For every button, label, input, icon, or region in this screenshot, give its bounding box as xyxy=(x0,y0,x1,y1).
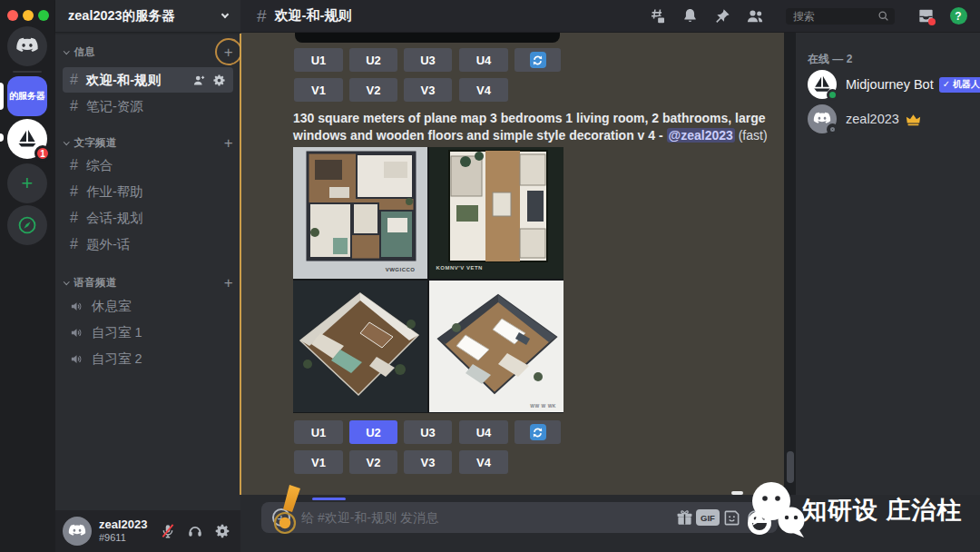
category-text-channels[interactable]: 文字频道 xyxy=(63,135,233,150)
voice-channel-study1[interactable]: 自习室 1 xyxy=(63,320,233,345)
message-suffix: (fast) xyxy=(739,128,768,143)
gif-picker-button[interactable]: GIF xyxy=(696,506,720,529)
floorplan-image-4[interactable]: WW W WK xyxy=(429,281,564,413)
member-midjourney-bot[interactable]: Midjourney Bot ✓ 机器人 xyxy=(800,69,975,100)
help-button[interactable]: ? xyxy=(947,5,969,27)
chevron-down-icon xyxy=(64,139,69,144)
previous-image-bottom-edge[interactable] xyxy=(295,33,560,43)
user-settings-button[interactable] xyxy=(211,520,233,542)
image-caption: KOMNV'V VETN xyxy=(436,265,483,271)
floorplan-image-3[interactable] xyxy=(293,281,428,413)
upscale-button-u4[interactable]: U4 xyxy=(459,420,508,444)
user-panel: zeal2023 #9611 xyxy=(55,510,240,552)
floorplan-image-1[interactable]: VWGICCO xyxy=(293,147,428,280)
notifications-button[interactable] xyxy=(679,5,701,27)
sticker-picker-button[interactable] xyxy=(720,506,743,529)
threads-button[interactable] xyxy=(646,5,668,27)
sticker-icon xyxy=(723,509,740,527)
member-list-toggle[interactable] xyxy=(744,5,766,27)
server-icon-zeal[interactable]: 的服务器 xyxy=(7,76,47,116)
server-header[interactable]: zeal2023的服务器 xyxy=(55,0,240,33)
server-owner-crown-icon xyxy=(906,112,921,127)
floorplan-image-2[interactable]: KOMNV'V VETN xyxy=(429,147,564,280)
offline-status-ring xyxy=(827,123,838,135)
variation-button-v3[interactable]: V3 xyxy=(404,450,452,474)
traffic-light-minimize[interactable] xyxy=(23,10,34,21)
variation-button-v4[interactable]: V4 xyxy=(459,78,508,102)
upscale-button-u1[interactable]: U1 xyxy=(294,420,343,444)
wechat-logo-watermark xyxy=(742,479,809,543)
unread-server-pill xyxy=(0,133,4,142)
channel-welcome-rules[interactable]: 欢迎-和-规则 xyxy=(63,67,233,93)
traffic-light-zoom[interactable] xyxy=(38,10,49,21)
user-mention[interactable]: @zeal2023 xyxy=(667,128,735,143)
create-channel-button[interactable] xyxy=(224,135,233,151)
explore-servers-button[interactable] xyxy=(7,205,47,245)
user-avatar[interactable] xyxy=(63,517,92,546)
hash-icon xyxy=(257,6,267,26)
annotation-blue-line xyxy=(312,498,346,500)
channel-sidebar: zeal2023的服务器 信息 欢迎-和-规则 笔记-资源 文字频道 xyxy=(55,0,240,510)
inbox-button[interactable] xyxy=(915,5,936,27)
upscale-button-u3[interactable]: U3 xyxy=(404,420,452,444)
channel-session-planning[interactable]: 会话-规划 xyxy=(63,205,233,231)
deafen-button[interactable] xyxy=(184,520,206,542)
voice-channel-lounge[interactable]: 休息室 xyxy=(63,293,233,319)
category-label: 文字频道 xyxy=(74,136,117,150)
upscale-button-u2[interactable]: U2 xyxy=(349,48,397,72)
channel-offtopic[interactable]: 题外-话 xyxy=(63,232,233,257)
channel-settings-icon[interactable] xyxy=(212,74,226,87)
variation-button-v2[interactable]: V2 xyxy=(349,450,397,474)
search-box[interactable] xyxy=(786,8,895,25)
hash-icon xyxy=(70,157,78,173)
channel-title: 欢迎-和-规则 xyxy=(275,7,352,25)
upscale-button-u3[interactable]: U3 xyxy=(404,48,452,72)
traffic-light-close[interactable] xyxy=(7,10,18,21)
gift-button[interactable] xyxy=(672,506,696,529)
chat-scrollbar-track[interactable] xyxy=(784,33,796,495)
variation-button-v4[interactable]: V4 xyxy=(459,450,508,474)
invite-people-icon[interactable] xyxy=(192,74,206,87)
generated-image-grid[interactable]: VWGICCO KOMNV'V VETN xyxy=(293,147,564,413)
channel-label: 会话-规划 xyxy=(86,210,143,227)
search-input[interactable] xyxy=(791,9,877,24)
mute-microphone-button[interactable] xyxy=(157,520,179,542)
channel-label: 休息室 xyxy=(92,298,132,315)
category-info[interactable]: 信息 xyxy=(63,44,233,59)
discord-logo-icon xyxy=(15,37,39,55)
message-input-bar[interactable]: + GIF xyxy=(261,502,778,533)
sailboat-icon xyxy=(16,128,38,150)
message-input[interactable] xyxy=(299,509,672,526)
voice-channel-study2[interactable]: 自习室 2 xyxy=(63,346,233,371)
watermark-text: 知研设 庄治柱 xyxy=(802,494,963,527)
member-zeal2023[interactable]: zeal2023 xyxy=(800,104,975,134)
discord-home-button[interactable] xyxy=(7,26,47,66)
floorplan-isometric-dark xyxy=(293,281,427,412)
headphones-icon xyxy=(187,523,203,539)
variation-button-v1[interactable]: V1 xyxy=(294,450,343,474)
message-text: 130 square meters of plane map 3 bedroom… xyxy=(293,110,783,144)
floorplan-isometric-light xyxy=(429,281,564,412)
create-channel-button[interactable] xyxy=(224,275,233,291)
upscale-button-u4[interactable]: U4 xyxy=(459,48,508,72)
channel-general[interactable]: 综合 xyxy=(63,153,233,178)
channel-notes-resources[interactable]: 笔记-资源 xyxy=(63,94,233,119)
server-icon-midjourney[interactable]: 1 xyxy=(7,119,47,159)
help-icon: ? xyxy=(950,7,967,25)
add-server-button[interactable]: + xyxy=(7,163,47,203)
upscale-button-u2-active[interactable]: U2 xyxy=(349,420,397,444)
refresh-icon xyxy=(530,424,546,440)
chevron-down-icon xyxy=(64,279,69,284)
variation-button-v1[interactable]: V1 xyxy=(294,78,343,102)
category-voice-channels[interactable]: 语音频道 xyxy=(63,275,233,290)
create-channel-button[interactable] xyxy=(224,44,233,60)
upscale-button-u1[interactable]: U1 xyxy=(294,48,343,72)
channel-homework-help[interactable]: 作业-帮助 xyxy=(63,179,233,204)
reroll-button[interactable] xyxy=(514,420,561,444)
variation-button-v3[interactable]: V3 xyxy=(404,78,452,102)
variation-button-v2[interactable]: V2 xyxy=(349,78,397,102)
member-avatar xyxy=(808,104,837,133)
reroll-button[interactable] xyxy=(514,48,561,72)
pinned-messages-button[interactable] xyxy=(711,5,733,27)
chat-scrollbar-thumb[interactable] xyxy=(787,451,794,483)
